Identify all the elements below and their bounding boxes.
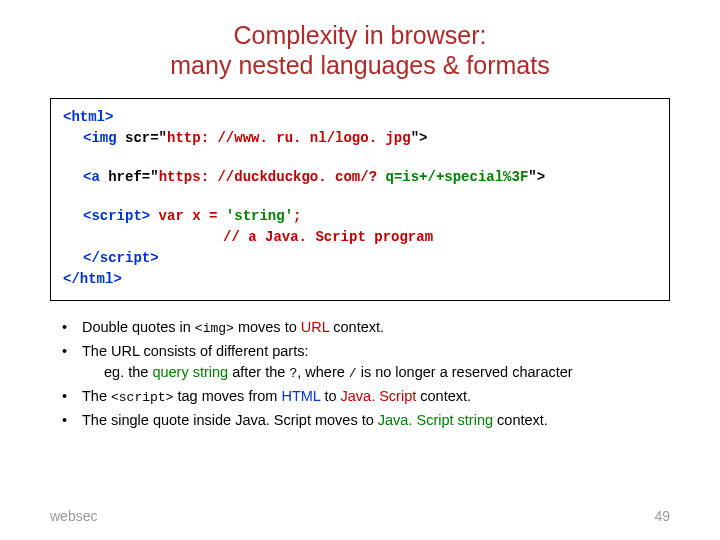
code-line-2: <img scr="http: //www. ru. nl/logo. jpg"… [63,128,657,149]
code-sample-box: <html> <img scr="http: //www. ru. nl/log… [50,98,670,301]
code-blank-1 [63,149,657,167]
bullet-2-sub: eg. the query string after the ?, where … [82,362,670,384]
title-line-1: Complexity in browser: [234,21,487,49]
bullet-4: The single quote inside Java. Script mov… [60,410,670,431]
bullet-list: Double quotes in <img> moves to URL cont… [60,317,670,431]
bullet-2: The URL consists of different parts: eg.… [60,341,670,384]
code-line-5: // a Java. Script program [63,227,657,248]
slide-footer: websec 49 [50,508,670,524]
bullet-1: Double quotes in <img> moves to URL cont… [60,317,670,339]
code-line-7: </html> [63,269,657,290]
page-number: 49 [654,508,670,524]
code-line-4: <script> var x = 'string'; [63,206,657,227]
code-line-6: </script> [63,248,657,269]
footer-label: websec [50,508,97,524]
code-line-1: <html> [63,107,657,128]
title-line-2: many nested languages & formats [170,51,549,79]
slide-title: Complexity in browser: many nested langu… [50,20,670,80]
code-line-3: <a href="https: //duckduckgo. com/? q=is… [63,167,657,188]
code-blank-2 [63,188,657,206]
bullet-3: The <script> tag moves from HTML to Java… [60,386,670,408]
